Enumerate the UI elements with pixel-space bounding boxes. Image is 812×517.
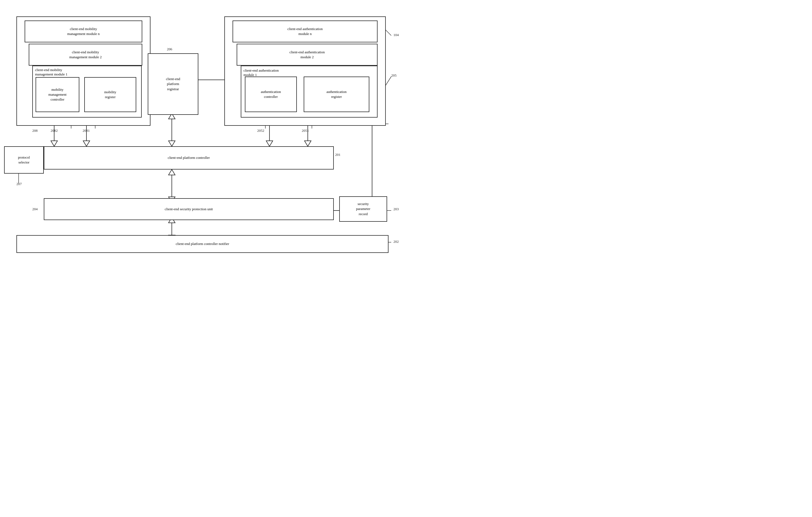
vert-arrow-auth-register-security [369, 119, 375, 202]
auth-controller-box: authentication controller [245, 77, 297, 112]
svg-marker-30 [169, 170, 175, 175]
mobility-module-2: client-end mobility management module 2 [29, 44, 142, 66]
ref-203: 203 [394, 207, 399, 211]
svg-marker-22 [169, 141, 175, 146]
platform-registrar-box: client-end platform registrar [148, 53, 198, 115]
ref-204: 204 [32, 207, 38, 211]
mobility-module-n: client-end mobility management module n [25, 21, 142, 42]
ref-206: 206 [167, 47, 172, 52]
svg-marker-25 [266, 141, 273, 146]
ref-2051: 2051 [302, 128, 309, 133]
ref-201: 201 [335, 153, 341, 157]
ref-2081: 2081 [83, 128, 90, 133]
auth-module-n: client-end authentication module n [233, 21, 378, 42]
svg-marker-19 [83, 141, 90, 146]
vert-arrow-controller-security [169, 170, 175, 202]
ref-2082: 2082 [51, 128, 58, 133]
security-parameter-record-box: security parameter record [339, 196, 387, 222]
ref-2052: 2052 [257, 128, 264, 133]
ref-207: 207 [17, 182, 22, 186]
architecture-diagram: . . . . . . client-end authentication mo… [0, 0, 406, 258]
svg-marker-16 [51, 141, 57, 146]
notifier-box: client-end platform controller notifier [17, 235, 388, 253]
ref-202: 202 [394, 240, 399, 244]
ref-205: 205 [391, 73, 397, 78]
ref-208: 208 [32, 128, 38, 133]
platform-controller-box: client-end platform controller [44, 146, 334, 170]
mobility-module-1-label: client-end mobility management module 1 [35, 68, 67, 77]
svg-marker-28 [304, 141, 311, 146]
mobility-management-controller-box: mobility management controller [35, 77, 79, 112]
security-protection-box: client-end security protection unit [44, 198, 334, 220]
ref-104: 104 [394, 33, 399, 37]
auth-module-2: client-end authentication module 2 [237, 44, 378, 66]
protocol-selector-box: protocol selector [4, 146, 44, 174]
auth-register-box: authentication register [304, 77, 369, 112]
mobility-register-box: mobility register [84, 77, 136, 112]
auth-module-1-label: client-end authentication module 1 [243, 68, 279, 77]
vert-arrow-registrar-controller [169, 114, 175, 146]
